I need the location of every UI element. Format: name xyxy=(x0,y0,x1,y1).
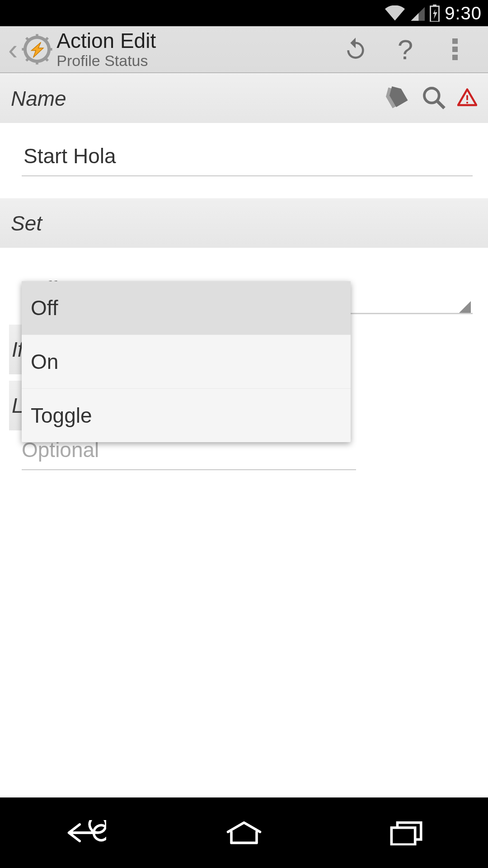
svg-rect-5 xyxy=(22,48,27,51)
set-option-on[interactable]: On xyxy=(22,335,351,389)
search-icon[interactable] xyxy=(421,85,446,112)
section-name-label: Name xyxy=(11,86,385,111)
back-icon[interactable]: ‹ xyxy=(8,35,18,64)
page-subtitle: Profile Status xyxy=(56,52,156,69)
undo-button[interactable] xyxy=(331,26,380,73)
section-set-header: Set xyxy=(0,198,488,248)
overflow-icon xyxy=(452,38,458,60)
nav-recent-button[interactable] xyxy=(361,810,452,855)
svg-line-15 xyxy=(437,101,444,108)
nav-home-icon xyxy=(221,820,267,845)
question-icon: ? xyxy=(398,33,413,66)
svg-rect-12 xyxy=(452,47,458,52)
svg-rect-4 xyxy=(36,60,39,65)
nav-recent-icon xyxy=(386,820,427,845)
svg-rect-17 xyxy=(466,102,468,104)
set-dropdown: Off On Toggle xyxy=(22,281,351,442)
nav-back-button[interactable] xyxy=(36,810,127,855)
nav-bar xyxy=(0,797,488,868)
cell-signal-icon xyxy=(409,5,425,21)
svg-rect-6 xyxy=(48,48,52,51)
set-option-toggle[interactable]: Toggle xyxy=(22,389,351,442)
status-bar: 9:30 xyxy=(0,0,488,26)
svg-rect-3 xyxy=(36,34,39,38)
content: Name Set Off If L Optional Off On Togg xyxy=(0,73,488,314)
warning-icon[interactable] xyxy=(457,88,477,109)
section-set-label: Set xyxy=(11,211,477,236)
overflow-button[interactable] xyxy=(430,26,480,73)
nav-back-icon xyxy=(56,820,106,845)
help-button[interactable]: ? xyxy=(380,26,430,73)
name-field-row xyxy=(0,123,488,184)
battery-icon xyxy=(429,5,440,22)
svg-point-14 xyxy=(424,88,439,103)
tasker-gear-icon[interactable] xyxy=(20,33,54,66)
section-name-header: Name xyxy=(0,73,488,123)
set-option-off[interactable]: Off xyxy=(22,281,351,335)
optional-hint: Optional xyxy=(22,438,356,470)
action-bar: ‹ Action Edit Profile Status ? xyxy=(0,26,488,73)
wifi-icon xyxy=(385,5,405,21)
action-bar-titles: Action Edit Profile Status xyxy=(56,29,156,69)
svg-rect-16 xyxy=(466,95,468,100)
page-title: Action Edit xyxy=(56,29,156,52)
svg-rect-11 xyxy=(452,38,458,44)
name-input[interactable] xyxy=(22,140,473,176)
clock-text: 9:30 xyxy=(445,3,482,24)
tag-icon[interactable] xyxy=(385,85,410,112)
svg-rect-13 xyxy=(452,55,458,60)
svg-rect-19 xyxy=(391,828,415,844)
nav-home-button[interactable] xyxy=(199,810,289,855)
